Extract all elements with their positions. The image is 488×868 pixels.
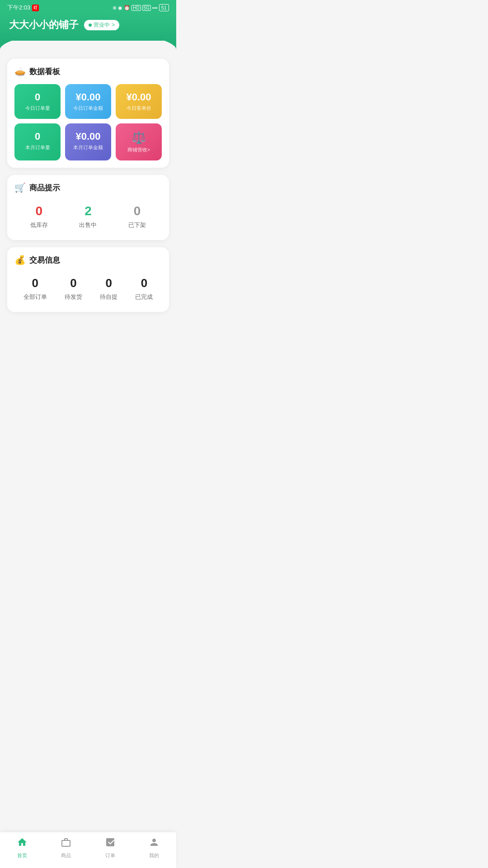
dashboard-card: 🥧 数据看板 0 今日订单量 ¥0.00 今日订单金额 ¥0.00 今日客单价 [7,59,169,168]
month-amount-value: ¥0.00 [70,131,107,142]
pending-ship-stat[interactable]: 0 待发货 [65,276,82,301]
product-hints-title-text: 商品提示 [29,183,60,193]
wifi-icon: ◉ [118,5,122,11]
nav-item-mine[interactable]: 我的 [132,837,177,859]
transaction-stats: 0 全部订单 0 待发货 0 待自提 0 已完成 [14,273,162,305]
signal-bars: ▪▪▪ [152,5,158,10]
on-sale-label: 出售中 [79,221,97,229]
product-hints-icon: 🛒 [14,182,26,193]
bottom-spacer [7,319,169,360]
revenue-label: 商铺营收> [120,146,157,153]
revenue-icon: ⚖️ [120,131,157,145]
dashboard-grid: 0 今日订单量 ¥0.00 今日订单金额 ¥0.00 今日客单价 0 本月订单量 [14,84,162,160]
status-bar: 下午2:03 叮 ⊕ ◉ ⏰ HD 5G ▪▪▪ 51 [0,0,176,14]
status-arrow: > [112,22,115,28]
dashboard-title: 🥧 数据看板 [14,66,162,77]
all-orders-label: 全部订单 [23,293,47,301]
transaction-title: 💰 交易信息 [14,255,162,265]
pending-ship-value: 0 [65,276,82,290]
low-stock-stat[interactable]: 0 低库存 [30,204,48,229]
status-bar-left: 下午2:03 叮 [7,4,39,12]
mine-nav-label: 我的 [149,852,159,859]
nav-item-orders[interactable]: 订单 [88,837,132,859]
on-sale-value: 2 [79,204,97,218]
stat-card-today-price[interactable]: ¥0.00 今日客单价 [116,84,162,119]
status-bar-right: ⊕ ◉ ⏰ HD 5G ▪▪▪ 51 [113,4,169,11]
orders-nav-label: 订单 [105,852,115,859]
nav-item-home[interactable]: 首页 [0,837,44,859]
product-hints-card: 🛒 商品提示 0 低库存 2 出售中 0 已下架 [7,175,169,240]
alarm-icon: ⏰ [124,5,130,11]
transaction-icon: 💰 [14,255,26,265]
off-shelf-value: 0 [128,204,146,218]
today-orders-value: 0 [19,91,56,103]
all-orders-stat[interactable]: 0 全部订单 [23,276,47,301]
product-hints-title: 🛒 商品提示 [14,182,162,193]
today-orders-label: 今日订单量 [19,105,56,112]
dashboard-icon: 🥧 [14,66,26,77]
store-status-badge[interactable]: 营业中 > [84,20,119,30]
main-content: 🥧 数据看板 0 今日订单量 ¥0.00 今日订单金额 ¥0.00 今日客单价 [0,54,176,364]
home-nav-icon [17,837,28,850]
status-dot [89,24,92,27]
today-price-value: ¥0.00 [120,91,157,103]
completed-stat[interactable]: 0 已完成 [135,276,153,301]
pending-pickup-value: 0 [100,276,117,290]
products-nav-label: 商品 [61,852,71,859]
pending-pickup-label: 待自提 [100,293,117,301]
home-nav-label: 首页 [17,852,27,859]
hd-icon: HD [131,5,141,11]
month-amount-label: 本月订单金额 [70,144,107,151]
transaction-card: 💰 交易信息 0 全部订单 0 待发货 0 待自提 0 已完成 [7,247,169,312]
dashboard-title-text: 数据看板 [29,66,60,77]
pending-pickup-stat[interactable]: 0 待自提 [100,276,117,301]
off-shelf-stat[interactable]: 0 已下架 [128,204,146,229]
stat-card-revenue[interactable]: ⚖️ 商铺营收> [116,123,162,160]
on-sale-stat[interactable]: 2 出售中 [79,204,97,229]
battery-icon: 51 [159,4,169,11]
signal-5g: 5G [142,5,151,11]
stat-card-today-amount[interactable]: ¥0.00 今日订单金额 [65,84,111,119]
stat-card-month-orders[interactable]: 0 本月订单量 [14,123,61,160]
bluetooth-icon: ⊕ [113,5,117,11]
today-amount-label: 今日订单金额 [70,105,107,112]
product-stats: 0 低库存 2 出售中 0 已下架 [14,200,162,233]
low-stock-label: 低库存 [30,221,48,229]
store-status-text: 营业中 [94,21,110,29]
today-price-label: 今日客单价 [120,105,157,112]
completed-value: 0 [135,276,153,290]
notification-badge: 叮 [32,5,39,11]
stat-card-today-orders[interactable]: 0 今日订单量 [14,84,61,119]
transaction-title-text: 交易信息 [29,255,60,265]
bottom-nav: 首页 商品 订单 我的 [0,832,176,868]
pending-ship-label: 待发货 [65,293,82,301]
today-amount-value: ¥0.00 [70,91,107,103]
products-nav-icon [61,837,71,850]
mine-nav-icon [149,837,160,850]
month-orders-label: 本月订单量 [19,144,56,151]
orders-nav-icon [105,837,116,850]
stat-card-month-amount[interactable]: ¥0.00 本月订单金额 [65,123,111,160]
nav-item-products[interactable]: 商品 [44,837,89,859]
store-name: 大大小小的铺子 [9,18,79,32]
completed-label: 已完成 [135,293,153,301]
low-stock-value: 0 [30,204,48,218]
time-display: 下午2:03 [7,4,30,12]
all-orders-value: 0 [23,276,47,290]
header-top: 大大小小的铺子 营业中 > [9,18,167,32]
off-shelf-label: 已下架 [128,221,146,229]
month-orders-value: 0 [19,131,56,142]
